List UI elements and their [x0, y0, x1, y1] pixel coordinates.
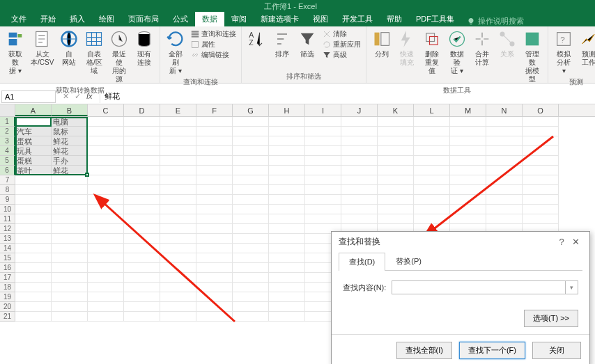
cell-E8[interactable] [160, 185, 196, 195]
col-header-L[interactable]: L [414, 104, 450, 116]
cell-L11[interactable] [414, 214, 450, 224]
cell-H11[interactable] [269, 214, 305, 224]
cell-K6[interactable] [378, 166, 414, 175]
cell-M10[interactable] [450, 205, 486, 214]
accept-formula-icon[interactable]: ✓ [75, 92, 81, 101]
row-header-19[interactable]: 19 [0, 292, 15, 302]
tab-review[interactable]: 审阅 [224, 12, 254, 26]
cell-D18[interactable] [124, 283, 160, 292]
cell-D7[interactable] [124, 175, 160, 185]
row-header-15[interactable]: 15 [0, 253, 15, 263]
tell-me[interactable]: 操作说明搜索 [467, 16, 524, 26]
sort-az-button[interactable]: AZ [245, 28, 270, 52]
cell-K2[interactable] [378, 127, 414, 136]
cell-F11[interactable] [196, 214, 233, 224]
cell-I2[interactable] [305, 127, 341, 136]
cell-K3[interactable] [378, 136, 414, 146]
cell-M4[interactable] [450, 146, 486, 156]
row-header-1[interactable]: 1 [0, 117, 15, 127]
cell-B13[interactable] [52, 234, 88, 244]
cell-L1[interactable] [414, 117, 450, 127]
cell-E18[interactable] [160, 283, 196, 292]
cell-L6[interactable] [414, 166, 450, 175]
cell-G19[interactable] [233, 292, 269, 302]
col-header-G[interactable]: G [233, 104, 269, 116]
cell-D9[interactable] [124, 195, 160, 205]
cell-K10[interactable] [378, 205, 414, 214]
cell-I8[interactable] [305, 185, 341, 195]
cell-B11[interactable] [52, 214, 88, 224]
cell-J3[interactable] [341, 136, 378, 146]
cell-J10[interactable] [341, 205, 378, 214]
row-header-5[interactable]: 5 [0, 156, 15, 166]
cell-G1[interactable] [233, 117, 269, 127]
cell-B17[interactable] [52, 273, 88, 283]
cell-E3[interactable] [160, 136, 196, 146]
cell-I5[interactable] [305, 156, 341, 166]
cell-G10[interactable] [233, 205, 269, 214]
cell-E16[interactable] [160, 263, 196, 273]
cell-F17[interactable] [196, 273, 233, 283]
cell-E17[interactable] [160, 273, 196, 283]
row-header-20[interactable]: 20 [0, 302, 15, 312]
cell-B9[interactable] [52, 195, 88, 205]
cell-A11[interactable] [15, 214, 52, 224]
cell-E12[interactable] [160, 224, 196, 234]
cell-C11[interactable] [88, 214, 124, 224]
cell-C21[interactable] [88, 312, 124, 322]
cell-A4[interactable]: 玩具 [15, 146, 52, 156]
cell-H10[interactable] [269, 205, 305, 214]
cell-J9[interactable] [341, 195, 378, 205]
cell-B18[interactable] [52, 283, 88, 292]
relationships-button[interactable]: 关系 [495, 28, 520, 60]
cell-F13[interactable] [196, 234, 233, 244]
cell-G4[interactable] [233, 146, 269, 156]
cell-H4[interactable] [269, 146, 305, 156]
row-header-3[interactable]: 3 [0, 136, 15, 146]
filter-button[interactable]: 筛选 [295, 28, 320, 60]
queries-connections[interactable]: 查询和连接 [190, 29, 236, 39]
row-header-11[interactable]: 11 [0, 214, 15, 224]
cell-F19[interactable] [196, 292, 233, 302]
cell-O10[interactable] [523, 205, 559, 214]
cell-N3[interactable] [486, 136, 523, 146]
cell-F9[interactable] [196, 195, 233, 205]
from-text-button[interactable]: 从文 本/CSV [28, 28, 56, 68]
cell-A10[interactable] [15, 205, 52, 214]
cell-B15[interactable] [52, 253, 88, 263]
cell-I9[interactable] [305, 195, 341, 205]
cell-N10[interactable] [486, 205, 523, 214]
cell-G8[interactable] [233, 185, 269, 195]
cell-C8[interactable] [88, 185, 124, 195]
text-to-columns-button[interactable]: 分列 [369, 28, 394, 60]
cell-D12[interactable] [124, 224, 160, 234]
cell-A7[interactable] [15, 175, 52, 185]
col-header-A[interactable]: A [15, 104, 52, 116]
cell-K7[interactable] [378, 175, 414, 185]
cell-O3[interactable] [523, 136, 559, 146]
reapply-filter[interactable]: 重新应用 [322, 40, 361, 49]
cell-B8[interactable] [52, 185, 88, 195]
clear-filter[interactable]: 清除 [322, 29, 361, 39]
cell-F3[interactable] [196, 136, 233, 146]
row-header-7[interactable]: 7 [0, 175, 15, 185]
close-icon[interactable]: ✕ [569, 237, 582, 247]
cell-L10[interactable] [414, 205, 450, 214]
cell-D14[interactable] [124, 244, 160, 253]
cell-F16[interactable] [196, 263, 233, 273]
find-input[interactable] [392, 280, 566, 294]
cell-H13[interactable] [269, 234, 305, 244]
cell-F20[interactable] [196, 302, 233, 312]
cell-G7[interactable] [233, 175, 269, 185]
cell-G21[interactable] [233, 312, 269, 322]
col-header-F[interactable]: F [196, 104, 233, 116]
col-header-N[interactable]: N [486, 104, 523, 116]
cell-H17[interactable] [269, 273, 305, 283]
cell-F21[interactable] [196, 312, 233, 322]
edit-links-button[interactable]: 编辑链接 [190, 50, 236, 60]
cell-D21[interactable] [124, 312, 160, 322]
cell-F5[interactable] [196, 156, 233, 166]
cell-A1[interactable]: 鲜花 [15, 117, 52, 127]
cell-J1[interactable] [341, 117, 378, 127]
cell-L4[interactable] [414, 146, 450, 156]
